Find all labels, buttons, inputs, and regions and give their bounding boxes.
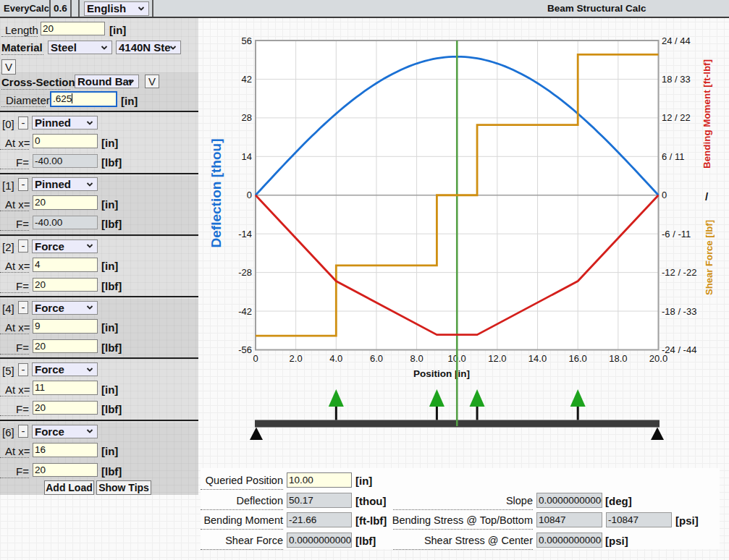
svg-text:-18 / -33: -18 / -33 [662,306,696,317]
svg-text:8.0: 8.0 [410,353,424,364]
svg-text:14.0: 14.0 [528,353,547,364]
svg-text:Shear Force [lbf]: Shear Force [lbf] [704,220,715,295]
svg-text:-14: -14 [238,229,252,239]
svg-text:16.0: 16.0 [569,353,587,364]
svg-text:12.0: 12.0 [488,353,506,364]
svg-text:/: / [705,190,709,203]
svg-text:18 / 33: 18 / 33 [662,74,691,85]
svg-text:Bending Moment [ft-lbf]: Bending Moment [ft-lbf] [701,59,712,169]
svg-text:6.0: 6.0 [370,353,383,364]
svg-text:-42: -42 [238,306,252,317]
svg-text:12 / 22: 12 / 22 [662,112,691,123]
svg-text:6 / 11: 6 / 11 [662,151,685,162]
svg-text:-6 / -11: -6 / -11 [662,229,691,239]
svg-text:0: 0 [253,353,258,364]
svg-text:-56: -56 [238,344,252,355]
svg-text:0: 0 [662,190,667,200]
svg-text:0: 0 [247,190,252,200]
svg-text:4.0: 4.0 [329,353,342,364]
svg-text:Deflection [thou]: Deflection [thou] [208,139,224,248]
svg-text:-12 / -22: -12 / -22 [662,267,696,278]
svg-text:24 / 44: 24 / 44 [662,35,691,46]
svg-text:42: 42 [242,74,252,85]
svg-text:2.0: 2.0 [290,353,303,364]
svg-text:14: 14 [242,151,252,162]
svg-text:Position [in]: Position [in] [413,368,470,379]
svg-text:18.0: 18.0 [609,353,627,364]
svg-text:56: 56 [242,35,252,46]
svg-text:28: 28 [242,112,252,123]
svg-text:-28: -28 [238,267,252,278]
svg-text:20.0: 20.0 [649,353,667,364]
